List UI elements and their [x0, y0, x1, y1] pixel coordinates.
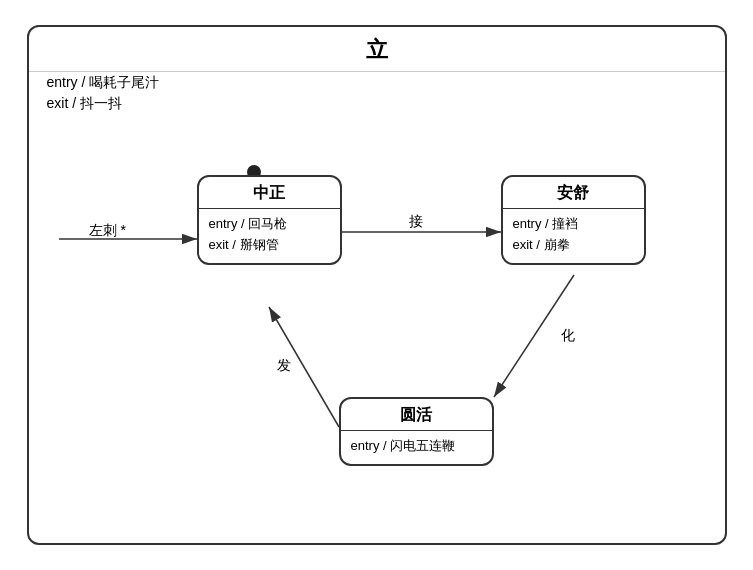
state-zhongzheng-exit: exit / 掰钢管 — [209, 235, 330, 256]
transition-left-stab-label: 左刺 * — [89, 222, 126, 240]
outer-entry-label: entry / 喝耗子尾汁 — [47, 72, 160, 93]
outer-labels: entry / 喝耗子尾汁 exit / 抖一抖 — [47, 72, 160, 114]
state-zhongzheng: 中正 entry / 回马枪 exit / 掰钢管 — [197, 175, 342, 265]
state-zhongzheng-body: entry / 回马枪 exit / 掰钢管 — [199, 209, 340, 263]
state-anshu-exit: exit / 崩拳 — [513, 235, 634, 256]
state-anshu-name: 安舒 — [503, 177, 644, 209]
diagram-title: 立 — [29, 27, 725, 72]
state-yuanhuo: 圆活 entry / 闪电五连鞭 — [339, 397, 494, 466]
state-yuanhuo-entry: entry / 闪电五连鞭 — [351, 436, 482, 457]
state-anshu-body: entry / 撞裆 exit / 崩拳 — [503, 209, 644, 263]
transition-jie-label: 接 — [409, 213, 423, 231]
state-anshu: 安舒 entry / 撞裆 exit / 崩拳 — [501, 175, 646, 265]
diagram-container: 立 entry / 喝耗子尾汁 exit / 抖一抖 左刺 * 接 发 化 中正 — [27, 25, 727, 545]
state-yuanhuo-body: entry / 闪电五连鞭 — [341, 431, 492, 464]
state-anshu-entry: entry / 撞裆 — [513, 214, 634, 235]
state-yuanhuo-name: 圆活 — [341, 399, 492, 431]
transition-hua-label: 化 — [561, 327, 575, 345]
state-zhongzheng-entry: entry / 回马枪 — [209, 214, 330, 235]
state-zhongzheng-name: 中正 — [199, 177, 340, 209]
transition-fa-label: 发 — [277, 357, 291, 375]
outer-exit-label: exit / 抖一抖 — [47, 93, 160, 114]
